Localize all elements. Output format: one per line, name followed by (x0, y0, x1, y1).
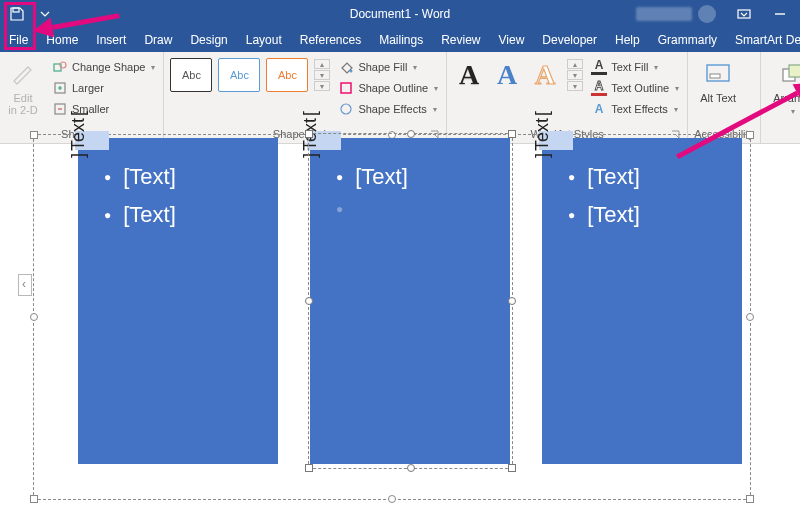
tab-layout[interactable]: Layout (237, 28, 291, 52)
svg-rect-13 (710, 74, 720, 78)
alt-text-icon (705, 63, 731, 85)
ribbon: Edit in 2-D Change Shape▾ Larger Smaller… (0, 52, 800, 144)
tab-mailings[interactable]: Mailings (370, 28, 432, 52)
text-outline-button[interactable]: A Text Outline▾ (589, 79, 681, 97)
resize-handle[interactable] (305, 130, 313, 138)
smaller-button[interactable]: Smaller (50, 100, 157, 118)
tab-view[interactable]: View (490, 28, 534, 52)
shape-title[interactable]: Text (68, 111, 89, 158)
smartart-shape[interactable]: Text [Text] [Text] (542, 138, 742, 464)
tab-references[interactable]: References (291, 28, 370, 52)
minimize-button[interactable] (762, 0, 798, 28)
wordart-style-thumb[interactable]: A (491, 59, 523, 91)
svg-rect-12 (707, 65, 729, 81)
svg-rect-10 (341, 83, 351, 93)
minimize-icon (774, 8, 786, 20)
shape-effects-button[interactable]: Shape Effects▾ (336, 100, 440, 118)
window-title: Document1 - Word (350, 7, 450, 21)
svg-point-11 (341, 104, 351, 114)
svg-marker-18 (31, 18, 54, 41)
shape-styles-gallery[interactable]: Abc Abc Abc ▴▾▾ (170, 58, 330, 92)
tab-grammarly[interactable]: Grammarly (649, 28, 726, 52)
tab-design[interactable]: Design (181, 28, 236, 52)
bullet-item[interactable]: [Text] (104, 158, 266, 196)
account-name (636, 7, 692, 21)
svg-point-9 (350, 70, 353, 73)
resize-handle[interactable] (407, 464, 415, 472)
larger-icon (53, 81, 67, 95)
resize-handle[interactable] (508, 464, 516, 472)
tab-review[interactable]: Review (432, 28, 489, 52)
wordart-style-thumb[interactable]: A (529, 59, 561, 91)
save-icon (9, 6, 25, 22)
text-fill-button[interactable]: A Text Fill▾ (589, 58, 681, 76)
change-shape-icon (53, 60, 67, 74)
wordart-gallery[interactable]: A A A ▴▾▾ (453, 58, 583, 91)
smartart-inner-selection[interactable] (308, 133, 513, 469)
resize-handle[interactable] (305, 297, 313, 305)
ribbon-display-icon (737, 7, 751, 21)
outline-icon (339, 81, 353, 95)
edit-2d-icon (10, 61, 36, 87)
account-avatar (698, 5, 716, 23)
gallery-more-button[interactable]: ▴▾▾ (314, 58, 330, 91)
alt-text-button[interactable]: Alt Text (694, 58, 742, 106)
shape-style-thumb[interactable]: Abc (266, 58, 308, 92)
bullet-item[interactable]: [Text] (104, 196, 266, 234)
shape-fill-button[interactable]: Shape Fill▾ (336, 58, 440, 76)
document-canvas[interactable]: Text [Text] [Text] Text [Text] Text [Tex… (0, 144, 800, 531)
ribbon-options-button[interactable] (726, 0, 762, 28)
text-effects-button[interactable]: A Text Effects▾ (589, 100, 681, 118)
shape-style-thumb[interactable]: Abc (218, 58, 260, 92)
tab-file[interactable]: File (0, 28, 37, 52)
resize-handle[interactable] (407, 130, 415, 138)
shape-title[interactable]: Text (532, 111, 553, 158)
larger-button[interactable]: Larger (50, 79, 157, 97)
resize-handle[interactable] (305, 464, 313, 472)
account-area[interactable] (630, 5, 722, 23)
shape-outline-button[interactable]: Shape Outline▾ (336, 79, 440, 97)
resize-handle[interactable] (30, 131, 38, 139)
tab-help[interactable]: Help (606, 28, 649, 52)
effects-icon (339, 102, 353, 116)
bucket-icon (339, 60, 353, 74)
change-shape-button[interactable]: Change Shape▾ (50, 58, 157, 76)
shape-style-thumb[interactable]: Abc (170, 58, 212, 92)
svg-rect-0 (13, 8, 19, 12)
bullet-item[interactable]: [Text] (568, 196, 730, 234)
save-button[interactable] (4, 2, 30, 26)
resize-handle[interactable] (508, 297, 516, 305)
tab-developer[interactable]: Developer (533, 28, 606, 52)
tab-draw[interactable]: Draw (135, 28, 181, 52)
smaller-icon (53, 102, 67, 116)
resize-handle[interactable] (508, 130, 516, 138)
smartart-shape[interactable]: Text [Text] [Text] (78, 138, 278, 464)
gallery-more-button[interactable]: ▴▾▾ (567, 58, 583, 91)
wordart-style-thumb[interactable]: A (453, 59, 485, 91)
edit-in-2d-button: Edit in 2-D (2, 58, 44, 118)
tab-smartart-design[interactable]: SmartArt Design (726, 28, 800, 52)
svg-line-17 (52, 16, 119, 28)
